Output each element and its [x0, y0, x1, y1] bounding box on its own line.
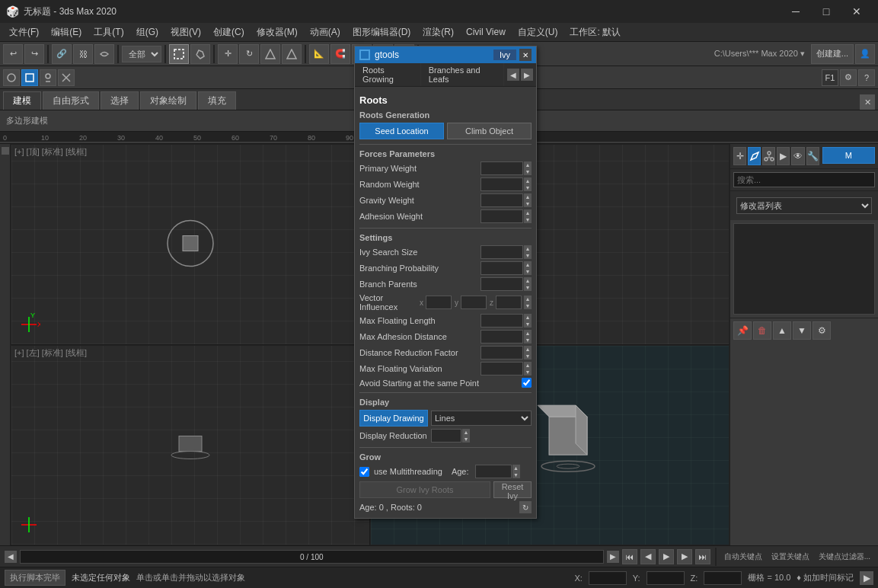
grow-ivy-roots-button[interactable]: Grow Ivy Roots — [359, 481, 490, 498]
configure-modifier-icon[interactable]: ⚙ — [813, 321, 831, 340]
viewport-left[interactable]: [+] [左] [标准] [线框] — [11, 345, 370, 546]
key-filter-btn[interactable]: 关键点过滤器... — [816, 551, 873, 562]
pin-modifier-icon[interactable]: 📌 — [733, 321, 752, 340]
age-up[interactable]: ▲ — [512, 465, 520, 471]
tab-select[interactable]: 选择 — [101, 91, 139, 110]
menu-edit[interactable]: 编辑(E) — [45, 24, 88, 40]
vec-down[interactable]: ▼ — [524, 302, 532, 309]
max-float-var-input[interactable]: 0.0 — [481, 362, 523, 375]
material-editor-btn[interactable]: M — [822, 147, 875, 164]
menu-graph-editor[interactable]: 图形编辑器(D) — [346, 24, 417, 40]
undo-button[interactable]: ↩ — [3, 44, 23, 64]
gravity-weight-up[interactable]: ▲ — [524, 193, 532, 200]
close-button[interactable]: ✕ — [841, 0, 872, 23]
branching-prob-down[interactable]: ▼ — [524, 268, 532, 275]
display-reduction-input[interactable]: 1 — [431, 429, 461, 443]
menu-tools[interactable]: 工具(T) — [88, 24, 129, 40]
adhesion-weight-down[interactable]: ▼ — [524, 216, 532, 223]
modifier-dropdown[interactable]: 修改器列表 — [736, 197, 872, 214]
display-lines-select[interactable]: Lines — [431, 411, 532, 426]
menu-workspace[interactable]: 工作区: 默认 — [564, 24, 627, 40]
maximize-button[interactable]: □ — [811, 0, 841, 23]
primary-weight-input[interactable]: 0.7 — [481, 161, 523, 175]
dist-reduction-up[interactable]: ▲ — [524, 346, 532, 353]
reset-ivy-button[interactable]: ResetIvy — [493, 481, 532, 498]
tab-paintobject[interactable]: 对象绘制 — [140, 91, 196, 110]
branch-parents-down[interactable]: ▼ — [524, 284, 532, 291]
dist-reduction-down[interactable]: ▼ — [524, 353, 532, 360]
link-button[interactable]: 🔗 — [52, 44, 72, 64]
scale-nonuniform-button[interactable] — [282, 44, 302, 64]
gravity-weight-down[interactable]: ▼ — [524, 200, 532, 207]
display-icon[interactable]: 👁 — [791, 147, 804, 165]
snap-button[interactable]: 🧲 — [330, 44, 350, 64]
age-down[interactable]: ▼ — [512, 471, 520, 478]
tab-roots-growing[interactable]: Roots Growing — [355, 63, 421, 86]
minimize-button[interactable]: ─ — [781, 0, 811, 23]
z-coord-input[interactable] — [704, 571, 742, 585]
timeline-scroll-right[interactable]: ▶ — [607, 551, 619, 563]
max-adhesion-dist-down[interactable]: ▼ — [524, 337, 532, 344]
ivy-search-up[interactable]: ▲ — [524, 245, 532, 252]
vec-z-input[interactable]: 0.5 — [496, 296, 522, 309]
modify-icon[interactable] — [748, 147, 761, 165]
max-float-len-input[interactable]: 0.15 — [481, 314, 523, 328]
max-adhesion-dist-input[interactable]: 3.937 — [481, 330, 523, 344]
tb2-btn2[interactable] — [21, 69, 38, 86]
random-weight-input[interactable]: 0.3 — [481, 177, 523, 191]
max-float-var-up[interactable]: ▲ — [524, 362, 532, 369]
create-btn[interactable]: 创建建... — [811, 44, 854, 64]
play-anim-icon[interactable]: ▶ — [860, 571, 873, 585]
branching-prob-input[interactable]: 0.987 — [481, 261, 523, 275]
tab-nav-prev[interactable]: ◀ — [507, 69, 519, 81]
tab-nav-next[interactable]: ▶ — [521, 69, 533, 81]
ivy-search-down[interactable]: ▼ — [524, 252, 532, 259]
move-button[interactable]: ✛ — [218, 44, 238, 64]
menu-civil[interactable]: Civil View — [460, 25, 512, 39]
reference-coord[interactable]: 📐 — [309, 44, 329, 64]
adhesion-weight-input[interactable]: 0.1 — [481, 209, 523, 223]
tab-branches-leafs[interactable]: Branches and Leafs — [421, 63, 504, 86]
menu-modifier[interactable]: 修改器(M) — [251, 24, 304, 40]
random-weight-down[interactable]: ▼ — [524, 184, 532, 191]
max-float-var-down[interactable]: ▼ — [524, 369, 532, 375]
branch-parents-up[interactable]: ▲ — [524, 277, 532, 284]
tb2-help[interactable]: ? — [858, 69, 875, 86]
unlink-button[interactable]: ⛓ — [73, 44, 93, 64]
motion-icon[interactable]: ▶ — [777, 147, 790, 165]
max-float-len-down[interactable]: ▼ — [524, 321, 532, 328]
timeline-bar[interactable]: 0 / 100 — [20, 550, 604, 564]
go-start-button[interactable]: ⏮ — [622, 549, 637, 564]
redo-button[interactable]: ↪ — [24, 44, 44, 64]
auto-key-btn[interactable]: 自动关键点 — [721, 551, 765, 562]
go-end-button[interactable]: ⏭ — [695, 549, 710, 564]
vec-y-input[interactable]: 0.5 — [461, 296, 487, 309]
display-reduction-up[interactable]: ▲ — [462, 429, 470, 436]
gtools-close-button[interactable]: ✕ — [519, 49, 532, 61]
menu-view[interactable]: 视图(V) — [164, 24, 207, 40]
modifier-list[interactable] — [733, 223, 875, 315]
bind-button[interactable] — [94, 44, 114, 64]
down-modifier-icon[interactable]: ▼ — [793, 321, 811, 340]
avoid-checkbox[interactable] — [522, 378, 532, 388]
max-adhesion-dist-up[interactable]: ▲ — [524, 330, 532, 337]
display-reduction-down[interactable]: ▼ — [462, 436, 470, 443]
menu-animation[interactable]: 动画(A) — [304, 24, 346, 40]
modifier-search-input[interactable] — [733, 172, 875, 187]
menu-customize[interactable]: 自定义(U) — [512, 24, 564, 40]
primary-weight-down[interactable]: ▼ — [524, 168, 532, 175]
gravity-weight-input[interactable]: 0.9 — [481, 193, 523, 207]
set-key-btn[interactable]: 设置关键点 — [768, 551, 813, 562]
ivy-search-input[interactable]: 0.472 — [481, 245, 523, 259]
multithreading-checkbox[interactable] — [359, 467, 369, 477]
tb2-settings[interactable]: ⚙ — [840, 69, 857, 86]
vec-up[interactable]: ▲ — [524, 296, 532, 302]
status-refresh-button[interactable]: ↻ — [519, 501, 532, 513]
viewport-top[interactable]: [+] [顶] [标准] [线框] XY — [11, 144, 370, 345]
next-frame-button[interactable]: ▶ — [677, 549, 692, 564]
tab-modeling[interactable]: 建模 — [3, 91, 41, 110]
selection-filter[interactable]: 全部 — [122, 46, 161, 62]
primary-weight-up[interactable]: ▲ — [524, 161, 532, 168]
max-float-len-up[interactable]: ▲ — [524, 314, 532, 321]
delete-modifier-icon[interactable]: 🗑 — [753, 321, 771, 340]
